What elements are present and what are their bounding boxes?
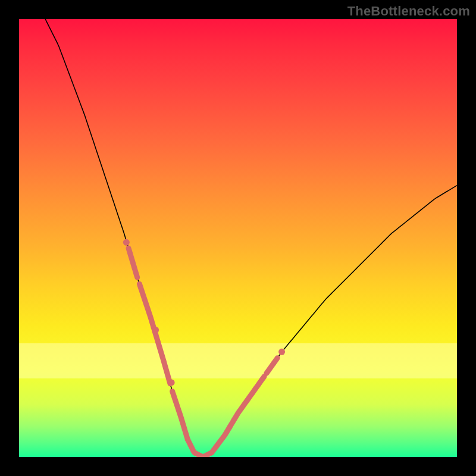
watermark-text: TheBottleneck.com [347,4,470,19]
highlight-segment [155,331,170,384]
highlight-segment [187,440,211,457]
highlight-segment [173,392,188,440]
highlight-segment [129,248,137,277]
plot-frame [19,19,457,457]
highlight-dot [168,379,175,386]
highlight-segment [247,377,264,401]
highlight-segments [129,248,277,457]
highlight-dot [278,349,285,355]
highlight-segment [229,401,246,428]
highlight-dot [152,327,159,333]
highlight-segment [267,358,277,374]
highlight-segment [212,428,229,453]
chart-stage: TheBottleneck.com [0,0,476,476]
highlight-segment [139,284,155,331]
curve-layer [19,19,457,457]
highlight-dot [123,239,130,246]
